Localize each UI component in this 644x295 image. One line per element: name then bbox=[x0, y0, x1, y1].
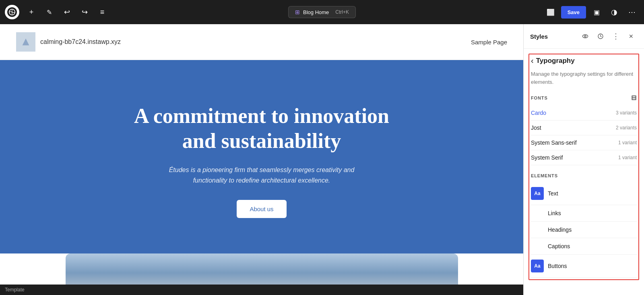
font-name-system-sans: System Sans-serif bbox=[531, 139, 577, 146]
toolbar-right: ⬜ Save ▣ ◑ ⋯ bbox=[543, 5, 639, 19]
typography-description: Manage the typography settings for diffe… bbox=[531, 70, 637, 86]
wp-logo[interactable] bbox=[5, 5, 19, 19]
site-nav: calming-bb7c24.instawp.xyz Sample Page bbox=[0, 24, 523, 60]
device-button[interactable]: ⬜ bbox=[543, 5, 558, 19]
typography-title: Typography bbox=[536, 57, 575, 65]
font-item-system-sans[interactable]: System Sans-serif 1 variant bbox=[531, 135, 637, 150]
more-icon: ⋮ bbox=[612, 32, 619, 41]
element-name-captions: Captions bbox=[531, 243, 570, 249]
font-item-system-serif[interactable]: System Serif 1 variant bbox=[531, 150, 637, 165]
site-domain: calming-bb7c24.instawp.xyz bbox=[40, 38, 121, 46]
elements-list: Aa Text Links Headings Captions Aa Butto bbox=[531, 182, 637, 278]
svg-point-4 bbox=[582, 35, 588, 38]
element-item-links[interactable]: Links bbox=[531, 205, 637, 222]
typography-highlight-box: ‹ Typography Manage the typography setti… bbox=[528, 54, 639, 280]
typography-back[interactable]: ‹ Typography bbox=[531, 56, 637, 65]
layout-icon: ⊞ bbox=[295, 9, 300, 15]
canvas-wrapper: calming-bb7c24.instawp.xyz Sample Page A… bbox=[0, 24, 523, 295]
add-button[interactable]: + bbox=[24, 5, 39, 19]
elements-section-label: ELEMENTS bbox=[531, 173, 637, 178]
history-button[interactable] bbox=[594, 30, 607, 43]
more-options-button[interactable]: ⋯ bbox=[625, 5, 639, 19]
redo-button[interactable]: ↪ bbox=[77, 5, 92, 19]
sample-page-link[interactable]: Sample Page bbox=[471, 39, 507, 46]
save-button[interactable]: Save bbox=[561, 6, 586, 19]
site-preview: calming-bb7c24.instawp.xyz Sample Page A… bbox=[0, 24, 523, 285]
right-panel: Styles ⋮ ✕ bbox=[523, 24, 644, 295]
site-logo: calming-bb7c24.instawp.xyz bbox=[16, 32, 121, 52]
element-item-buttons[interactable]: Aa Buttons bbox=[531, 255, 637, 278]
fonts-label-text: FONTS bbox=[531, 96, 548, 100]
element-name-text: Text bbox=[548, 190, 558, 197]
architecture-image bbox=[66, 253, 458, 285]
font-name-system-serif: System Serif bbox=[531, 154, 563, 161]
element-name-links: Links bbox=[531, 210, 561, 216]
more-button[interactable]: ⋮ bbox=[609, 30, 622, 43]
toolbar: + ✎ ↩ ↪ ≡ ⊞ Blog Home Ctrl+K ⬜ Save ▣ ◑ … bbox=[0, 0, 644, 24]
element-name-headings: Headings bbox=[531, 226, 572, 233]
hero-description: Études is a pioneering firm that seamles… bbox=[157, 165, 366, 185]
font-name-cardo: Cardo bbox=[531, 110, 546, 116]
font-filter-icon[interactable]: ⊟ bbox=[631, 94, 637, 102]
canvas-footer: Template bbox=[0, 285, 523, 295]
eye-button[interactable] bbox=[579, 30, 592, 43]
main-area: calming-bb7c24.instawp.xyz Sample Page A… bbox=[0, 24, 644, 295]
edit-button[interactable]: ✎ bbox=[42, 5, 56, 19]
list-button[interactable]: ≡ bbox=[95, 5, 109, 19]
panel-title: Styles bbox=[530, 33, 548, 40]
element-item-text[interactable]: Aa Text bbox=[531, 182, 637, 205]
panel-content[interactable]: ‹ Typography Manage the typography setti… bbox=[524, 49, 644, 295]
template-label: Template bbox=[5, 287, 25, 293]
fonts-list: Cardo 3 variants Jost 2 variants System … bbox=[531, 106, 637, 165]
font-item-jost[interactable]: Jost 2 variants bbox=[531, 120, 637, 135]
font-variants-system-serif: 1 variant bbox=[618, 155, 637, 160]
below-hero bbox=[0, 253, 523, 285]
canvas-scroll[interactable]: calming-bb7c24.instawp.xyz Sample Page A… bbox=[0, 24, 523, 285]
about-us-button[interactable]: About us bbox=[237, 200, 286, 218]
wp-logo-inner bbox=[7, 7, 17, 17]
element-name-buttons: Buttons bbox=[548, 263, 567, 269]
keyboard-shortcut: Ctrl+K bbox=[335, 9, 349, 15]
svg-point-5 bbox=[584, 35, 586, 37]
font-variants-system-sans: 1 variant bbox=[618, 140, 637, 145]
hero-heading: A commitment to innovation and sustainab… bbox=[121, 104, 402, 154]
close-icon: ✕ bbox=[629, 33, 634, 39]
hero-section: A commitment to innovation and sustainab… bbox=[0, 60, 523, 253]
panel-header-actions: ⋮ ✕ bbox=[579, 30, 638, 43]
undo-button[interactable]: ↩ bbox=[60, 5, 74, 19]
panel-header: Styles ⋮ ✕ bbox=[524, 24, 644, 49]
font-variants-cardo: 3 variants bbox=[616, 110, 637, 116]
font-variants-jost: 2 variants bbox=[616, 125, 637, 131]
contrast-button[interactable]: ◑ bbox=[607, 5, 621, 19]
site-logo-icon bbox=[16, 32, 35, 52]
element-item-captions[interactable]: Captions bbox=[531, 238, 637, 255]
text-badge: Aa bbox=[531, 187, 544, 200]
back-arrow-icon: ‹ bbox=[531, 56, 534, 65]
element-item-headings[interactable]: Headings bbox=[531, 222, 637, 238]
split-view-button[interactable]: ▣ bbox=[589, 5, 604, 19]
blog-home-pill[interactable]: ⊞ Blog Home Ctrl+K bbox=[288, 6, 356, 18]
fonts-section-label: FONTS ⊟ bbox=[531, 94, 637, 102]
font-item-cardo[interactable]: Cardo 3 variants bbox=[531, 106, 637, 120]
font-name-jost: Jost bbox=[531, 125, 541, 131]
buttons-badge: Aa bbox=[531, 260, 544, 272]
close-button[interactable]: ✕ bbox=[625, 30, 638, 43]
elements-label-text: ELEMENTS bbox=[531, 173, 558, 178]
blog-home-title: Blog Home bbox=[303, 9, 329, 15]
